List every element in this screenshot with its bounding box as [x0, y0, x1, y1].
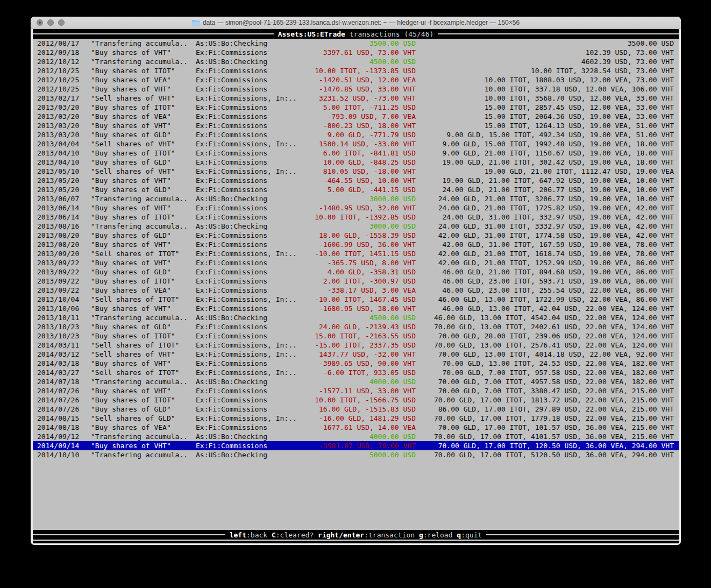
table-row[interactable]: 2012/10/25"Buy shares of ITOT"Ex:Fi:Comm… — [33, 66, 679, 75]
txn-description: "Sell shares of ITOT" — [91, 368, 179, 377]
txn-description: "Buy shares of GLD" — [91, 267, 171, 277]
txn-date: 2013/05/20 — [37, 176, 79, 185]
table-row[interactable]: 2014/08/15"Sell shares of GLD"Ex:Fi:Comm… — [33, 414, 679, 423]
txn-running-balance: 24.00 GLD, 21.00 ITOT, 3206.77 USD, 19.0… — [438, 194, 674, 203]
table-row[interactable]: 2013/09/22"Buy shares of VHT"Ex:Fi:Commi… — [33, 258, 679, 267]
minimize-button[interactable] — [47, 19, 54, 26]
table-row[interactable]: 2013/06/07"Transfering accumula..As:US:B… — [33, 194, 679, 203]
table-row[interactable]: 2013/10/04"Sell shares of ITOT"Ex:Fi:Com… — [33, 295, 679, 304]
txn-other-accounts: As:US:Bo:Checking — [196, 432, 267, 441]
table-row[interactable]: 2013/10/11"Transfering accumula..As:US:B… — [33, 313, 679, 322]
txn-date: 2014/07/26 — [37, 395, 79, 405]
txn-other-accounts: Ex:Fi:Commissions — [196, 158, 267, 167]
txn-running-balance: 102.39 USD, 73.00 VHT — [586, 48, 674, 57]
zoom-button[interactable] — [58, 19, 65, 26]
table-row[interactable]: 2013/04/10"Buy shares of GLD"Ex:Fi:Commi… — [33, 158, 679, 167]
txn-date: 2014/09/12 — [37, 432, 79, 441]
table-row[interactable]: 2013/03/20"Buy shares of ITOT"Ex:Fi:Comm… — [33, 103, 679, 112]
txn-amount: -800.23 USD, 18.00 VHT — [323, 121, 416, 130]
txn-date: 2013/08/20 — [37, 240, 79, 249]
table-row[interactable]: 2014/03/11"Sell shares of ITOT"Ex:Fi:Com… — [33, 341, 679, 350]
txn-running-balance: 24.00 GLD, 31.00 ITOT, 3332.97 USD, 19.0… — [438, 222, 674, 231]
txn-other-accounts: Ex:Fi:Commissions — [196, 423, 267, 432]
txn-description: "Buy shares of VHT" — [91, 84, 171, 94]
table-row[interactable]: 2013/10/23"Buy shares of GLD"Ex:Fi:Commi… — [33, 322, 679, 331]
table-row[interactable]: 2012/10/25"Buy shares of VHT"Ex:Fi:Commi… — [33, 84, 679, 94]
table-row[interactable]: 2013/08/16"Transfering accumula..As:US:B… — [33, 222, 679, 231]
txn-other-accounts: As:US:Bo:Checking — [196, 194, 267, 203]
table-row[interactable]: 2013/04/10"Buy shares of ITOT"Ex:Fi:Comm… — [33, 148, 679, 158]
txn-description: "Buy shares of VEA" — [91, 423, 171, 432]
table-row[interactable]: 2014/07/26"Buy shares of GLD"Ex:Fi:Commi… — [33, 405, 679, 414]
table-row[interactable]: 2013/10/06"Buy shares of VHT"Ex:Fi:Commi… — [33, 304, 679, 313]
table-row[interactable]: 2014/07/26"Buy shares of VHT"Ex:Fi:Commi… — [33, 386, 679, 395]
txn-running-balance: 86.00 GLD, 17.00 ITOT, 297.89 USD, 22.00… — [438, 405, 674, 414]
txn-other-accounts: Ex:Fi:Commissions — [196, 331, 267, 341]
table-row[interactable]: 2013/03/20"Buy shares of VEA"Ex:Fi:Commi… — [33, 112, 679, 121]
txn-date: 2013/09/22 — [37, 277, 79, 286]
txn-date: 2013/09/22 — [37, 286, 79, 295]
table-row[interactable]: 2013/09/22"Buy shares of VEA"Ex:Fi:Commi… — [33, 286, 679, 295]
txn-amount: -1677.61 USD, 14.00 VEA — [319, 423, 416, 432]
table-row-selected[interactable]: 2014/09/14"Buy shares of VHT"Ex:Fi:Commi… — [33, 441, 679, 450]
txn-running-balance: 19.00 GLD, 21.00 ITOT, 647.92 USD, 19.00… — [443, 176, 674, 185]
table-row[interactable]: 2012/10/25"Buy shares of VEA"Ex:Fi:Commi… — [33, 75, 679, 84]
table-row[interactable]: 2013/10/23"Buy shares of ITOT"Ex:Fi:Comm… — [33, 331, 679, 341]
txn-other-accounts: As:US:Bo:Checking — [196, 450, 267, 459]
table-row[interactable]: 2012/10/12"Transfering accumula..As:US:B… — [33, 57, 679, 66]
txn-other-accounts: Ex:Fi:Commissions, In:.. — [196, 249, 297, 258]
table-row[interactable]: 2013/09/20"Sell shares of ITOT"Ex:Fi:Com… — [33, 249, 679, 258]
table-row[interactable]: 2014/08/18"Buy shares of VEA"Ex:Fi:Commi… — [33, 423, 679, 432]
window-titlebar[interactable]: data — simon@pool-71-165-239-133.lsanca.… — [31, 17, 681, 29]
txn-other-accounts: Ex:Fi:Commissions, In:.. — [196, 139, 297, 148]
table-row[interactable]: 2014/10/10"Transfering accumula..As:US:B… — [33, 450, 679, 459]
table-row[interactable]: 2013/03/20"Buy shares of GLD"Ex:Fi:Commi… — [33, 130, 679, 139]
table-row[interactable]: 2013/06/14"Buy shares of VHT"Ex:Fi:Commi… — [33, 203, 679, 212]
txn-other-accounts: Ex:Fi:Commissions — [196, 48, 267, 57]
txn-date: 2013/09/22 — [37, 258, 79, 267]
table-row[interactable]: 2013/06/14"Buy shares of ITOT"Ex:Fi:Comm… — [33, 212, 679, 222]
header-text: Assets:US:ETrade transactions (45/46) — [274, 30, 438, 39]
table-row[interactable]: 2014/03/12"Sell shares of VHT"Ex:Fi:Comm… — [33, 350, 679, 359]
table-row[interactable]: 2014/07/18"Transfering accumula..As:US:B… — [33, 377, 679, 386]
table-row[interactable]: 2013/04/04"Sell shares of VHT"Ex:Fi:Comm… — [33, 139, 679, 148]
table-row[interactable]: 2014/09/12"Transfering accumula..As:US:B… — [33, 432, 679, 441]
txn-amount: 6.00 ITOT, -841.81 USD — [323, 148, 416, 158]
table-row[interactable]: 2013/05/20"Buy shares of VHT"Ex:Fi:Commi… — [33, 176, 679, 185]
txn-running-balance: 15.00 ITOT, 2857.45 USD, 12.00 VEA, 33.0… — [485, 103, 674, 112]
txn-date: 2013/03/20 — [37, 103, 79, 112]
footer-hints: left:back C:cleared? right/enter:transac… — [225, 530, 487, 540]
txn-date: 2012/08/17 — [37, 39, 79, 48]
table-row[interactable]: 2013/08/20"Buy shares of VHT"Ex:Fi:Commi… — [33, 240, 679, 249]
txn-description: "Transfering accumula.. — [91, 222, 188, 231]
txn-other-accounts: Ex:Fi:Commissions — [196, 240, 267, 249]
table-row[interactable]: 2013/05/10"Sell shares of VHT"Ex:Fi:Comm… — [33, 167, 679, 176]
txn-description: "Buy shares of ITOT" — [91, 212, 175, 222]
txn-other-accounts: Ex:Fi:Commissions — [196, 185, 267, 194]
txn-running-balance: 70.00 GLD, 7.00 ITOT, 4957.58 USD, 22.00… — [438, 377, 674, 386]
txn-other-accounts: Ex:Fi:Commissions — [196, 112, 267, 121]
table-row[interactable]: 2013/08/20"Buy shares of GLD"Ex:Fi:Commi… — [33, 231, 679, 240]
table-row[interactable]: 2013/09/22"Buy shares of ITOT"Ex:Fi:Comm… — [33, 277, 679, 286]
txn-amount: 1437.77 USD, -32.00 VHT — [319, 350, 416, 359]
txn-other-accounts: Ex:Fi:Commissions — [196, 267, 267, 277]
txn-amount: -1470.85 USD, 33.00 VHT — [319, 84, 416, 94]
folder-icon — [192, 19, 200, 26]
table-row[interactable]: 2013/09/22"Buy shares of GLD"Ex:Fi:Commi… — [33, 267, 679, 277]
table-row[interactable]: 2013/02/17"Sell shares of VHT"Ex:Fi:Comm… — [33, 94, 679, 103]
table-row[interactable]: 2013/03/20"Buy shares of VHT"Ex:Fi:Commi… — [33, 121, 679, 130]
table-row[interactable]: 2014/03/18"Buy shares of VHT"Ex:Fi:Commi… — [33, 359, 679, 368]
close-button[interactable] — [37, 19, 43, 26]
footer-hint-key: left — [230, 530, 246, 540]
txn-running-balance: 70.00 GLD, 28.00 ITOT, 239.06 USD, 22.00… — [438, 331, 674, 341]
table-row[interactable]: 2014/07/26"Buy shares of ITOT"Ex:Fi:Comm… — [33, 395, 679, 405]
table-row[interactable]: 2012/09/18"Buy shares of VHT"Ex:Fi:Commi… — [33, 48, 679, 57]
txn-date: 2014/07/26 — [37, 386, 79, 395]
table-row[interactable]: 2013/05/20"Buy shares of GLD"Ex:Fi:Commi… — [33, 185, 679, 194]
txn-amount: 4.00 GLD, -358.31 USD — [328, 267, 416, 277]
table-row[interactable]: 2014/03/27"Sell shares of ITOT"Ex:Fi:Com… — [33, 368, 679, 377]
txn-running-balance: 70.00 GLD, 17.00 ITOT, 1779.18 USD, 22.0… — [434, 414, 674, 423]
txn-description: "Buy shares of VHT" — [91, 441, 171, 450]
table-row[interactable]: 2012/08/17"Transfering accumula..As:US:B… — [33, 39, 679, 48]
header-bar: Assets:US:ETrade transactions (45/46) — [33, 29, 679, 39]
